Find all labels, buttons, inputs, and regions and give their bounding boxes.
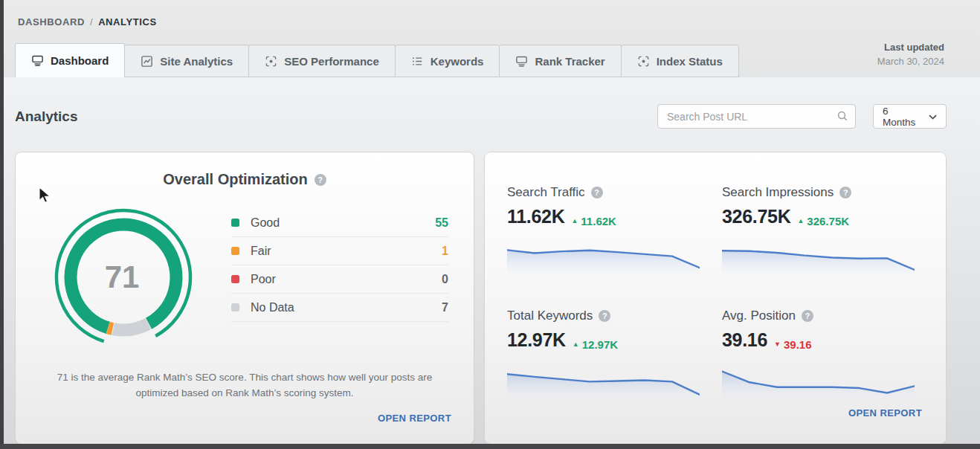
arrow-up-icon: ▲ <box>573 340 579 348</box>
gauge-row: 71 Good55Fair1Poor0No Data7 <box>38 203 451 352</box>
tab-label: Index Status <box>657 55 723 68</box>
sparkline-chart <box>722 237 915 277</box>
legend-value: 0 <box>442 273 448 286</box>
analytics-toolbar: Analytics 6 Months <box>15 77 947 129</box>
tab-label: Rank Tracker <box>535 55 605 68</box>
open-report-link[interactable]: OPEN REPORT <box>848 407 922 419</box>
optimization-gauge: 71 <box>38 203 209 352</box>
tab-bar: DashboardSite AnalyticsSEO PerformanceKe… <box>15 40 980 77</box>
stat-label: Total Keywords <box>507 309 593 323</box>
legend-value: 55 <box>435 216 448 230</box>
legend-color-chip <box>231 219 239 227</box>
breadcrumb-parent[interactable]: DASHBOARD <box>18 16 85 28</box>
search-box <box>657 104 856 129</box>
tab-label: Dashboard <box>51 54 109 67</box>
optimization-caption: 71 is the average Rank Math’s SEO score.… <box>38 369 451 401</box>
optimization-card-title: Overall Optimization <box>163 171 307 188</box>
tabs-container: DashboardSite AnalyticsSEO PerformanceKe… <box>15 43 739 77</box>
content-area: Analytics 6 Months <box>0 77 980 449</box>
overall-optimization-card: Overall Optimization ? 71 Good55Fair1Poo… <box>15 152 474 445</box>
tab-seo-performance[interactable]: SEO Performance <box>248 45 396 77</box>
stat-delta: ▲326.75K <box>797 215 849 227</box>
legend-label: Poor <box>251 273 276 286</box>
stat-delta: ▼39.16 <box>774 338 811 351</box>
stats-grid: Search Traffic?11.62K▲11.62KSearch Impre… <box>507 185 923 401</box>
legend-label: Fair <box>251 245 271 258</box>
period-select-value: 6 Months <box>883 106 921 128</box>
stat-delta: ▲12.97K <box>573 338 618 351</box>
legend-row-good: Good55 <box>231 209 448 237</box>
optimization-legend: Good55Fair1Poor0No Data7 <box>231 209 448 352</box>
help-icon[interactable]: ? <box>315 174 326 186</box>
target-eye-icon <box>265 55 277 68</box>
search-icon <box>836 110 848 125</box>
breadcrumb: DASHBOARD/ANALYTICS <box>18 16 157 28</box>
tab-site-analytics[interactable]: Site Analytics <box>124 45 249 77</box>
breadcrumb-separator: / <box>90 16 93 28</box>
search-input[interactable] <box>657 104 856 129</box>
stat-value: 326.75K <box>722 206 790 227</box>
legend-color-chip <box>231 303 239 311</box>
cards-row: Overall Optimization ? 71 Good55Fair1Poo… <box>15 152 947 445</box>
breadcrumb-current: ANALYTICS <box>98 16 157 28</box>
tab-keywords[interactable]: Keywords <box>395 45 500 77</box>
sparkline-chart <box>722 361 915 401</box>
window-bottom-edge <box>0 444 980 449</box>
stat-label: Search Impressions <box>722 185 834 200</box>
tab-rank-tracker[interactable]: Rank Tracker <box>499 45 621 77</box>
period-select[interactable]: 6 Months <box>873 104 947 129</box>
stat-delta: ▲11.62K <box>571 215 616 227</box>
legend-value: 1 <box>442 245 448 258</box>
legend-label: No Data <box>251 301 294 314</box>
tab-index-status[interactable]: Index Status <box>621 45 739 77</box>
legend-row-poor: Poor0 <box>231 265 448 294</box>
app-window: DASHBOARD/ANALYTICS DashboardSite Analyt… <box>0 0 980 449</box>
legend-value: 7 <box>442 301 448 314</box>
chevron-down-icon <box>929 111 937 122</box>
chart-icon <box>141 55 153 68</box>
stat-value: 12.97K <box>507 329 566 351</box>
legend-label: Good <box>251 216 280 230</box>
sparkline-chart <box>507 361 700 401</box>
stat-total-keywords: Total Keywords?12.97K▲12.97K <box>507 309 700 401</box>
help-icon[interactable]: ? <box>599 310 610 322</box>
target-eye-icon <box>637 55 650 68</box>
tab-label: SEO Performance <box>284 55 379 68</box>
stat-search-traffic: Search Traffic?11.62K▲11.62K <box>507 185 700 277</box>
stat-value: 11.62K <box>507 206 564 227</box>
last-updated: Last updated March 30, 2024 <box>877 40 944 77</box>
stat-avg-position: Avg. Position?39.16▼39.16 <box>722 309 915 401</box>
window-left-edge <box>0 0 4 449</box>
arrow-up-icon: ▲ <box>797 217 804 224</box>
help-icon[interactable]: ? <box>839 187 851 198</box>
last-updated-date: March 30, 2024 <box>877 54 944 68</box>
window-icon <box>515 55 528 68</box>
legend-color-chip <box>231 275 239 283</box>
window-icon <box>31 54 44 67</box>
gauge-score: 71 <box>48 203 196 352</box>
open-report-link[interactable]: OPEN REPORT <box>378 413 451 424</box>
top-bar: DASHBOARD/ANALYTICS DashboardSite Analyt… <box>0 0 980 77</box>
stat-search-impressions: Search Impressions?326.75K▲326.75K <box>722 185 915 277</box>
tab-label: Site Analytics <box>160 55 233 68</box>
legend-row-no-data: No Data7 <box>231 294 448 322</box>
arrow-down-icon: ▼ <box>774 340 781 348</box>
page-title: Analytics <box>15 109 77 125</box>
stats-card: Search Traffic?11.62K▲11.62KSearch Impre… <box>484 152 947 445</box>
legend-row-fair: Fair1 <box>231 237 448 265</box>
legend-color-chip <box>231 247 239 255</box>
stat-value: 39.16 <box>722 329 767 351</box>
stat-label: Avg. Position <box>722 309 796 323</box>
help-icon[interactable]: ? <box>591 187 603 198</box>
last-updated-label: Last updated <box>877 40 944 54</box>
tab-label: Keywords <box>431 55 484 68</box>
stat-label: Search Traffic <box>507 185 585 200</box>
list-icon <box>411 55 424 68</box>
sparkline-chart <box>507 237 700 277</box>
toolbar-controls: 6 Months <box>657 104 947 129</box>
tab-dashboard[interactable]: Dashboard <box>15 43 125 77</box>
help-icon[interactable]: ? <box>802 310 813 322</box>
arrow-up-icon: ▲ <box>571 217 578 224</box>
